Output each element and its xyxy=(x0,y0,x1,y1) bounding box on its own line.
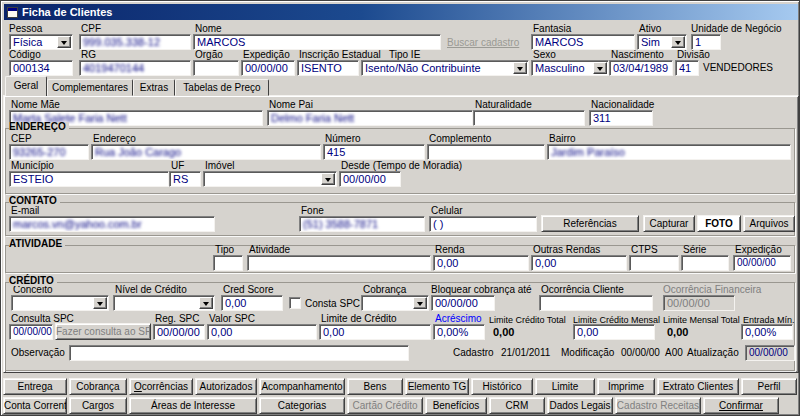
elemento-tg-button[interactable]: Elemento TG xyxy=(405,378,469,395)
nivel-credito-select[interactable] xyxy=(113,295,215,311)
limite-button[interactable]: Limite xyxy=(535,378,595,395)
ctps-field[interactable] xyxy=(629,255,679,271)
nascimento-label: Nascimento xyxy=(611,50,664,60)
categorias-button[interactable]: Categorias xyxy=(259,397,345,414)
nacionalidade-field[interactable]: 311 xyxy=(589,110,653,126)
historico-button[interactable]: Histórico xyxy=(471,378,533,395)
email-field[interactable]: marcos.vn@yahoo.com.br xyxy=(9,216,215,232)
rg-value: 4019470144 xyxy=(83,62,144,74)
orgao-field[interactable] xyxy=(193,60,239,76)
chevron-down-icon[interactable] xyxy=(321,173,335,185)
municipio-field[interactable]: ESTEIO xyxy=(9,171,169,187)
cobranca-select[interactable] xyxy=(361,295,429,311)
tipo-atividade-field[interactable] xyxy=(213,255,243,271)
limite-credito-mensal-field[interactable]: 0,00 xyxy=(573,324,655,340)
pessoa-select[interactable]: Física xyxy=(9,34,73,50)
nome-pai-field[interactable]: Delmo Faria Nett xyxy=(267,110,473,126)
chevron-down-icon[interactable] xyxy=(199,297,213,309)
cpf-field[interactable]: 999.035.338-12 xyxy=(79,34,191,50)
atividade-field[interactable] xyxy=(247,255,431,271)
dados-legais-button[interactable]: Dados Legais xyxy=(547,397,613,414)
ativo-select[interactable]: Sim xyxy=(637,34,687,50)
rg-field[interactable]: 4019470144 xyxy=(79,60,191,76)
cred-score-field[interactable]: 0,00 xyxy=(221,295,283,311)
tab-complementares[interactable]: Complementares xyxy=(47,79,133,96)
expedicao-field[interactable]: 00/00/00 xyxy=(241,60,295,76)
extrato-clientes-button[interactable]: Extrato Clientes xyxy=(657,378,739,395)
tab-tabelas-de-preco[interactable]: Tabelas de Preço xyxy=(175,79,269,96)
fone-field[interactable]: (51) 3588-7871 xyxy=(299,216,425,232)
consulta-spc-field[interactable]: 00/00/00 xyxy=(9,324,53,340)
serie-field[interactable] xyxy=(681,255,729,271)
outras-rendas-field[interactable]: 0,00 xyxy=(531,255,627,271)
chevron-down-icon[interactable] xyxy=(413,297,427,309)
crm-button[interactable]: CRM xyxy=(489,397,545,414)
atividade-label: Atividade xyxy=(249,245,290,255)
fazer-consulta-spc-button[interactable]: Fazer consulta ao SPC xyxy=(55,323,151,340)
acompanhamento-button[interactable]: Acompanhamento xyxy=(259,378,345,395)
limite-credito-field[interactable]: 0,00 xyxy=(319,324,431,340)
foto-panel[interactable]: FOTO xyxy=(697,215,741,232)
naturalidade-field[interactable] xyxy=(473,110,585,126)
capturar-button[interactable]: Capturar xyxy=(643,215,695,232)
chevron-down-icon[interactable] xyxy=(513,62,527,74)
expedicao-ctps-field[interactable]: 00/00/00 xyxy=(733,255,791,271)
numero-field[interactable]: 415 xyxy=(323,144,425,160)
tipo-ie-select[interactable]: Isento/Não Contribuinte xyxy=(361,60,529,76)
inscricao-estadual-field[interactable]: ISENTO xyxy=(297,60,359,76)
entrega-button[interactable]: Entrega xyxy=(3,378,67,395)
renda-field[interactable]: 0,00 xyxy=(433,255,529,271)
imovel-select[interactable] xyxy=(203,171,337,187)
divisao-field[interactable]: 41 xyxy=(675,60,699,76)
cep-field[interactable]: 93265-270 xyxy=(9,144,89,160)
unidade-negocio-field[interactable]: 1 xyxy=(691,34,721,50)
imprime-button[interactable]: Imprime xyxy=(597,378,655,395)
chevron-down-icon[interactable] xyxy=(93,297,107,309)
chevron-down-icon[interactable] xyxy=(593,62,607,74)
bens-button[interactable]: Bens xyxy=(347,378,403,395)
conceito-select[interactable] xyxy=(11,295,109,311)
cargos-button[interactable]: Cargos xyxy=(69,397,127,414)
endereco-label: Endereço xyxy=(93,134,136,144)
tab-geral[interactable]: Geral xyxy=(5,76,47,96)
consta-spc-checkbox[interactable] xyxy=(289,297,301,309)
bloquear-cobranca-field[interactable]: 00/00/00 xyxy=(431,295,495,311)
cartao-credito-button[interactable]: Cartão Crédito xyxy=(347,397,423,414)
acrescimo-field[interactable]: 0,00% xyxy=(433,324,485,340)
nome-field[interactable]: MARCOS xyxy=(193,34,441,50)
ocorrencia-cliente-field[interactable] xyxy=(539,295,653,311)
valor-spc-field[interactable]: 0,00 xyxy=(207,324,317,340)
conta-corrente-button[interactable]: Conta Corrente xyxy=(3,397,67,414)
municipio-label: Município xyxy=(11,161,54,171)
nascimento-field[interactable]: 03/04/1989 xyxy=(609,60,673,76)
endereco-field[interactable]: Rua João Carago xyxy=(91,144,321,160)
autorizados-button[interactable]: Autorizados xyxy=(195,378,257,395)
desde-field[interactable]: 00/00/00 xyxy=(339,171,401,187)
celular-field[interactable]: ( ) xyxy=(429,216,537,232)
observacao-field[interactable] xyxy=(69,345,409,361)
cadastro-receitas-button[interactable]: Cadastro Receitas xyxy=(615,397,701,414)
entrada-min-field[interactable]: 0,00% xyxy=(741,324,793,340)
tab-extras[interactable]: Extras xyxy=(133,79,175,96)
buscar-cadastro-link[interactable]: Buscar cadastro xyxy=(447,38,519,48)
codigo-field[interactable]: 000134 xyxy=(9,60,73,76)
referencias-button[interactable]: Referências xyxy=(541,215,639,232)
titlebar[interactable]: Ficha de Clientes xyxy=(4,4,798,20)
sexo-select[interactable]: Masculino xyxy=(531,60,609,76)
uf-value: RS xyxy=(173,173,188,185)
reg-spc-field[interactable]: 00/00/00 xyxy=(153,324,205,340)
bairro-field[interactable]: Jardim Paraíso xyxy=(547,144,791,160)
chevron-down-icon[interactable] xyxy=(57,36,71,48)
chevron-down-icon[interactable] xyxy=(671,36,685,48)
arquivos-button[interactable]: Arquivos xyxy=(743,215,795,232)
confirmar-button[interactable]: Confirmar xyxy=(703,397,779,414)
cobranca-button[interactable]: Cobrança xyxy=(69,378,127,395)
perfil-button[interactable]: Perfil xyxy=(741,378,797,395)
nome-mae-label: Nome Mãe xyxy=(11,100,60,110)
areas-de-interesse-button[interactable]: Áreas de Interesse xyxy=(129,397,257,414)
complemento-field[interactable] xyxy=(427,144,545,160)
fantasia-field[interactable]: MARCOS xyxy=(531,34,635,50)
uf-field[interactable]: RS xyxy=(169,171,201,187)
beneficios-button[interactable]: Benefícios xyxy=(425,397,487,414)
ocorrencias-button[interactable]: Ocorrências xyxy=(129,378,193,395)
